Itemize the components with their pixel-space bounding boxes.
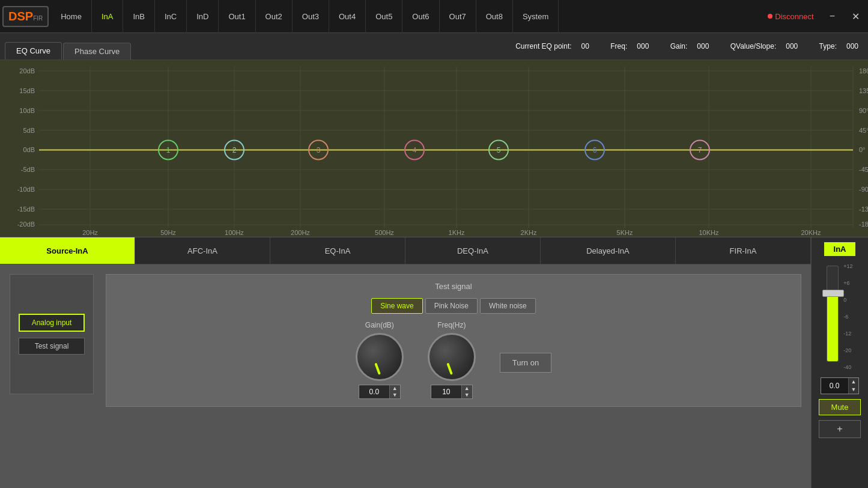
- source-panel: Analog input Test signal Test signal Sin…: [0, 264, 811, 488]
- freq-arrows: ▲ ▼: [461, 385, 472, 398]
- test-signal-button[interactable]: Test signal: [19, 338, 85, 355]
- fader-up-button[interactable]: ▲: [848, 378, 859, 386]
- fader-track[interactable]: [827, 266, 839, 362]
- freq-knob-ring: [426, 331, 478, 383]
- tab-source-inA[interactable]: Source-InA: [0, 237, 135, 264]
- nav-inA[interactable]: InA: [92, 0, 124, 33]
- mute-button[interactable]: Mute: [819, 399, 861, 415]
- gain-arrows: ▲ ▼: [389, 385, 400, 398]
- eq-info: Current EQ point: 00 Freq: 000 Gain: 000…: [515, 42, 858, 50]
- svg-text:3: 3: [317, 146, 321, 154]
- svg-text:10dB: 10dB: [19, 107, 35, 114]
- nav-out7[interactable]: Out7: [440, 0, 476, 33]
- nav-out3[interactable]: Out3: [293, 0, 329, 33]
- nav-out8[interactable]: Out8: [476, 0, 513, 33]
- tab-phase-curve[interactable]: Phase Curve: [63, 43, 131, 59]
- test-signal-title: Test signal: [118, 282, 789, 291]
- gain-knob[interactable]: [356, 333, 404, 381]
- disconnect-button[interactable]: Disconnect: [760, 8, 821, 25]
- tab-bar: EQ Curve Phase Curve Current EQ point: 0…: [0, 33, 868, 60]
- eq-chart-container[interactable]: 20dB 15dB 10dB 5dB 0dB -5dB -10dB -15dB …: [0, 60, 868, 237]
- svg-text:-15dB: -15dB: [17, 206, 35, 213]
- minimize-button[interactable]: −: [821, 0, 843, 33]
- gain-label: Gain:: [670, 42, 688, 50]
- svg-text:200Hz: 200Hz: [291, 229, 310, 236]
- fader-value: 0.0: [821, 380, 848, 392]
- svg-text:5dB: 5dB: [23, 127, 35, 134]
- fader-thumb[interactable]: [822, 290, 844, 297]
- svg-text:20dB: 20dB: [19, 67, 35, 75]
- svg-rect-0: [0, 60, 868, 237]
- fader-value-spinner: 0.0 ▲ ▼: [821, 377, 860, 394]
- freq-value: 10: [431, 386, 461, 398]
- close-button[interactable]: ✕: [843, 0, 868, 33]
- svg-text:1KHz: 1KHz: [449, 229, 465, 236]
- tab-delayed-inA[interactable]: Delayed-InA: [541, 237, 676, 264]
- nav-home[interactable]: Home: [51, 0, 92, 33]
- turn-on-button[interactable]: Turn on: [500, 353, 551, 373]
- svg-text:20KHz: 20KHz: [801, 229, 821, 236]
- fader-down-button[interactable]: ▼: [848, 386, 859, 394]
- svg-text:6: 6: [593, 146, 597, 154]
- white-noise-button[interactable]: White noise: [480, 298, 536, 314]
- sine-wave-button[interactable]: Sine wave: [371, 298, 422, 314]
- pink-noise-button[interactable]: Pink Noise: [425, 298, 478, 314]
- plus-button[interactable]: +: [819, 420, 861, 438]
- test-signal-section: Test signal Sine wave Pink Noise White n…: [106, 274, 801, 407]
- type-value: 000: [846, 42, 858, 50]
- bottom-section: Source-InA AFC-InA EQ-InA DEQ-InA Delaye…: [0, 237, 868, 488]
- gain-down-button[interactable]: ▼: [390, 392, 400, 398]
- tab-eq-inA[interactable]: EQ-InA: [270, 237, 405, 264]
- svg-text:5KHz: 5KHz: [617, 229, 633, 236]
- svg-text:20Hz: 20Hz: [82, 229, 98, 236]
- top-nav: DSPFIR Home InA InB InC InD Out1 Out2 Ou…: [0, 0, 868, 33]
- nav-out4[interactable]: Out4: [329, 0, 366, 33]
- svg-text:2KHz: 2KHz: [521, 229, 537, 236]
- nav-system[interactable]: System: [513, 0, 559, 33]
- disconnect-label: Disconnect: [775, 12, 813, 21]
- freq-value-box: 10 ▲ ▼: [431, 385, 473, 399]
- svg-text:-90°: -90°: [859, 186, 868, 193]
- freq-knob-group: Freq(Hz) 10 ▲ ▼: [428, 321, 476, 399]
- nav-inC[interactable]: InC: [155, 0, 187, 33]
- eq-point-value: 00: [581, 42, 589, 50]
- svg-text:5: 5: [497, 146, 501, 154]
- gain-up-button[interactable]: ▲: [390, 385, 400, 392]
- analog-input-button[interactable]: Analog input: [19, 314, 85, 332]
- fader-spinner-arrows: ▲ ▼: [848, 378, 859, 394]
- svg-text:-135°: -135°: [859, 206, 868, 213]
- eq-chart[interactable]: 20dB 15dB 10dB 5dB 0dB -5dB -10dB -15dB …: [0, 60, 868, 237]
- tab-eq-curve[interactable]: EQ Curve: [5, 42, 62, 59]
- nav-out2[interactable]: Out2: [256, 0, 293, 33]
- svg-text:-5dB: -5dB: [21, 166, 35, 173]
- svg-text:-10dB: -10dB: [17, 186, 35, 193]
- tab-deq-inA[interactable]: DEQ-InA: [405, 237, 541, 264]
- nav-out6[interactable]: Out6: [402, 0, 439, 33]
- nav-out5[interactable]: Out5: [366, 0, 402, 33]
- svg-text:-45°: -45°: [859, 166, 868, 173]
- nav-out1[interactable]: Out1: [219, 0, 255, 33]
- right-panel: InA +12 +6 0 -6 -12 -20 -40 0.0 ▲ ▼: [811, 237, 868, 488]
- tab-fir-inA[interactable]: FIR-InA: [676, 237, 811, 264]
- tab-afc-inA[interactable]: AFC-InA: [135, 237, 270, 264]
- logo-fir: FIR: [33, 15, 43, 22]
- freq-down-button[interactable]: ▼: [462, 392, 472, 398]
- svg-text:0°: 0°: [859, 146, 866, 153]
- type-label: Type:: [819, 42, 837, 50]
- svg-text:135°: 135°: [859, 87, 868, 94]
- freq-up-button[interactable]: ▲: [462, 385, 472, 392]
- freq-knob[interactable]: [428, 333, 476, 381]
- nav-inB[interactable]: InB: [123, 0, 155, 33]
- svg-text:-180°: -180°: [859, 221, 868, 228]
- module-tabs: Source-InA AFC-InA EQ-InA DEQ-InA Delaye…: [0, 237, 811, 264]
- svg-text:180°: 180°: [859, 67, 868, 75]
- gain-value: 0.0: [359, 386, 389, 398]
- module-area: Source-InA AFC-InA EQ-InA DEQ-InA Delaye…: [0, 237, 811, 488]
- nav-inD[interactable]: InD: [187, 0, 219, 33]
- gain-knob-group: Gain(dB) 0.0 ▲ ▼: [356, 321, 404, 399]
- gain-label: Gain(dB): [365, 321, 394, 329]
- gain-knob-ring: [354, 331, 405, 383]
- eq-point-label: Current EQ point:: [515, 42, 571, 50]
- qvalue-value: 000: [786, 42, 798, 50]
- svg-text:1: 1: [166, 146, 171, 154]
